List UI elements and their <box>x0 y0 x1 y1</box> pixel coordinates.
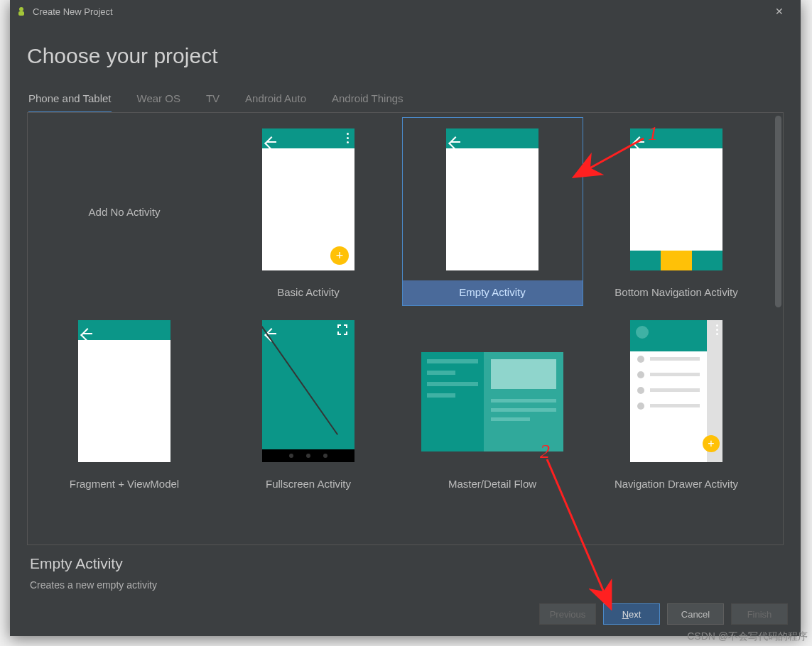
selected-template-description: Creates a new empty activity <box>30 579 781 591</box>
svg-rect-1 <box>18 11 24 16</box>
template-gallery: Add No Activity + Basic Activity <box>27 112 784 545</box>
template-add-no-activity[interactable]: Add No Activity <box>34 117 215 306</box>
template-navigation-drawer[interactable]: + Navigation Drawer Activity <box>586 309 767 498</box>
fab-icon: + <box>330 246 349 265</box>
template-label: Bottom Navigation Activity <box>587 280 767 305</box>
template-basic-activity[interactable]: + Basic Activity <box>218 117 399 306</box>
finish-button[interactable]: Finish <box>731 603 788 625</box>
template-label: Master/Detail Flow <box>403 472 583 497</box>
overflow-icon <box>347 133 349 143</box>
tab-wear-os[interactable]: Wear OS <box>137 89 180 113</box>
device-tabs: Phone and Tablet Wear OS TV Android Auto… <box>27 89 784 113</box>
tab-phone-tablet[interactable]: Phone and Tablet <box>28 89 112 113</box>
template-thumb <box>403 118 583 280</box>
template-label: Navigation Drawer Activity <box>587 472 767 497</box>
template-thumb <box>587 118 767 280</box>
template-empty-activity[interactable]: Empty Activity <box>402 117 583 306</box>
tab-android-things[interactable]: Android Things <box>332 89 404 113</box>
template-thumb: + <box>219 118 399 280</box>
tab-android-auto[interactable]: Android Auto <box>245 89 306 113</box>
fab-icon: + <box>703 435 720 452</box>
template-label: Fragment + ViewModel <box>35 472 215 497</box>
wizard-button-bar: Previous Next Cancel Finish <box>10 591 801 636</box>
template-label: Fullscreen Activity <box>219 472 399 497</box>
page-heading: Choose your project <box>27 44 784 68</box>
template-thumb <box>219 310 399 472</box>
overflow-icon <box>716 324 718 335</box>
selection-info: Empty Activity Creates a new empty activ… <box>27 545 784 591</box>
svg-point-0 <box>19 7 23 11</box>
titlebar[interactable]: Create New Project ✕ <box>10 0 801 23</box>
next-button[interactable]: Next <box>603 603 660 625</box>
wizard-content: Choose your project Phone and Tablet Wea… <box>10 23 801 591</box>
template-thumb: + <box>587 310 767 472</box>
tab-tv[interactable]: TV <box>206 89 220 113</box>
watermark: CSDN @不会写代码的程序 <box>687 630 808 643</box>
template-label: Empty Activity <box>403 280 583 305</box>
template-master-detail[interactable]: Master/Detail Flow <box>402 309 583 498</box>
template-fullscreen-activity[interactable]: Fullscreen Activity <box>218 309 399 498</box>
template-label: Basic Activity <box>219 280 399 305</box>
gallery-scrollbar[interactable] <box>775 116 781 307</box>
template-fragment-viewmodel[interactable]: Fragment + ViewModel <box>34 309 215 498</box>
close-icon[interactable]: ✕ <box>764 6 795 17</box>
template-bottom-navigation[interactable]: Bottom Navigation Activity <box>586 117 767 306</box>
project-wizard-window: Create New Project ✕ Choose your project… <box>10 0 801 636</box>
fullscreen-icon <box>337 324 349 336</box>
window-title: Create New Project <box>33 6 764 17</box>
cancel-button[interactable]: Cancel <box>667 603 724 625</box>
previous-button[interactable]: Previous <box>539 603 596 625</box>
android-studio-logo-icon <box>16 6 27 17</box>
template-label: Add No Activity <box>35 206 215 218</box>
template-thumb <box>403 310 583 472</box>
selected-template-name: Empty Activity <box>30 555 781 572</box>
template-thumb <box>35 310 215 472</box>
